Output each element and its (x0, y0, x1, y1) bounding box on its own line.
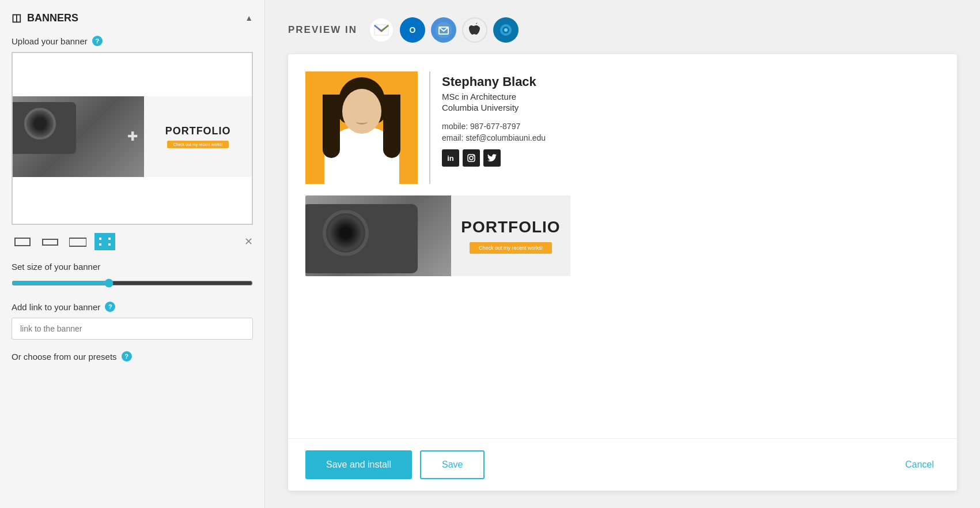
svg-rect-10 (436, 22, 452, 38)
svg-text:O: O (410, 25, 416, 35)
banner-link-input[interactable] (12, 318, 253, 340)
outlook-icon[interactable]: O (400, 17, 425, 43)
signature-top: Stephany Black MSc in Architecture Colum… (305, 72, 940, 184)
sig-banner-in-signature: PORTFOLIO Check out my recent works! (305, 195, 570, 276)
sig-portfolio-title: PORTFOLIO (461, 218, 560, 236)
instagram-icon[interactable] (463, 149, 480, 167)
slider-container (12, 279, 253, 290)
banner-image-area: PORTFOLIO Check out my recent works! ✚ (13, 96, 252, 177)
signature-card: Stephany Black MSc in Architecture Colum… (288, 54, 957, 491)
save-button[interactable]: Save (420, 450, 485, 479)
section-title: ◫ BANNERS (12, 12, 78, 24)
mail-client-icon[interactable] (431, 17, 456, 43)
portfolio-banner-subtitle: Check out my recent works! (167, 141, 228, 148)
linkedin-icon[interactable]: in (442, 149, 459, 167)
preview-header: PREVIEW IN O (288, 17, 957, 43)
sig-divider (429, 72, 430, 184)
mobile-label: mobile: (442, 122, 468, 131)
sig-info: Stephany Black MSc in Architecture Colum… (442, 72, 940, 184)
presets-label-container: Or choose from our presets ? (12, 351, 253, 362)
svg-rect-2 (69, 238, 86, 246)
preview-in-label: PREVIEW IN (288, 24, 357, 36)
size-small-btn[interactable] (12, 234, 33, 250)
portfolio-banner-preview: PORTFOLIO Check out my recent works! ✚ (13, 96, 252, 177)
sig-mobile: mobile: 987-677-8797 (442, 122, 940, 131)
add-link-label: Add link to your banner (12, 302, 100, 312)
size-custom-btn[interactable] (94, 233, 115, 250)
right-panel: PREVIEW IN O (265, 0, 980, 508)
camera-lens-shape (24, 108, 56, 140)
size-toolbar: ✕ (12, 231, 253, 253)
sig-banner-camera-bg (305, 195, 451, 276)
sig-portfolio-subtitle: Check out my recent works! (470, 242, 552, 254)
upload-banner-label: Upload your banner (12, 36, 88, 46)
portfolio-text-area: PORTFOLIO Check out my recent works! (144, 96, 252, 177)
svg-point-18 (473, 155, 474, 156)
sig-name: Stephany Black (442, 74, 940, 89)
collapse-arrow[interactable]: ▲ (245, 13, 253, 22)
sig-banner-camera-lens (323, 210, 369, 256)
mobile-number: 987-677-8797 (470, 122, 520, 131)
svg-rect-6 (108, 238, 111, 240)
svg-point-15 (504, 28, 508, 32)
email-client-icons: O (369, 17, 519, 43)
email-address: stef@columbiauni.edu (466, 133, 546, 142)
section-header: ◫ BANNERS ▲ (12, 12, 253, 24)
apple-icon[interactable] (462, 17, 487, 43)
sig-university: Columbia University (442, 103, 940, 112)
move-handle-icon[interactable]: ✚ (127, 129, 138, 144)
svg-point-17 (470, 156, 473, 160)
gmail-icon[interactable] (369, 17, 394, 43)
sig-banner-text-area: PORTFOLIO Check out my recent works! (451, 195, 570, 276)
upload-help-icon[interactable]: ? (92, 36, 103, 46)
portfolio-banner-title: PORTFOLIO (165, 125, 231, 137)
thunderbird-icon[interactable] (493, 17, 519, 43)
camera-background (13, 96, 144, 177)
remove-banner-btn[interactable]: ✕ (244, 236, 253, 247)
presets-help-icon[interactable]: ? (122, 351, 132, 362)
twitter-icon[interactable] (483, 149, 501, 167)
size-medium-btn[interactable] (39, 234, 61, 250)
link-help-icon[interactable]: ? (105, 302, 115, 312)
card-footer: Save and install Save Cancel (288, 438, 957, 491)
sig-photo (305, 72, 418, 184)
email-label: email: (442, 133, 463, 142)
save-and-install-button[interactable]: Save and install (305, 450, 412, 479)
svg-rect-5 (99, 243, 101, 246)
sig-email: email: stef@columbiauni.edu (442, 133, 940, 142)
upload-label-container: Upload your banner ? (12, 36, 253, 46)
cancel-button[interactable]: Cancel (899, 451, 940, 478)
sig-photo-area (305, 72, 418, 184)
svg-rect-0 (15, 238, 30, 246)
sig-social-icons: in (442, 149, 940, 167)
svg-rect-1 (43, 239, 58, 245)
banner-size-slider[interactable] (12, 279, 253, 288)
svg-rect-4 (99, 238, 101, 240)
set-size-label: Set size of your banner (12, 262, 253, 272)
size-large-btn[interactable] (67, 234, 89, 250)
add-link-label-container: Add link to your banner ? (12, 302, 253, 312)
banners-title: BANNERS (27, 12, 78, 24)
svg-rect-7 (108, 243, 111, 246)
banner-upload-box[interactable]: PORTFOLIO Check out my recent works! ✚ (12, 52, 253, 225)
signature-content: Stephany Black MSc in Architecture Colum… (288, 54, 957, 438)
left-panel: ◫ BANNERS ▲ Upload your banner ? PORTFOL… (0, 0, 265, 508)
sig-title: MSc in Architecture (442, 92, 940, 101)
presets-label: Or choose from our presets (12, 352, 117, 362)
monitor-icon: ◫ (12, 12, 21, 24)
